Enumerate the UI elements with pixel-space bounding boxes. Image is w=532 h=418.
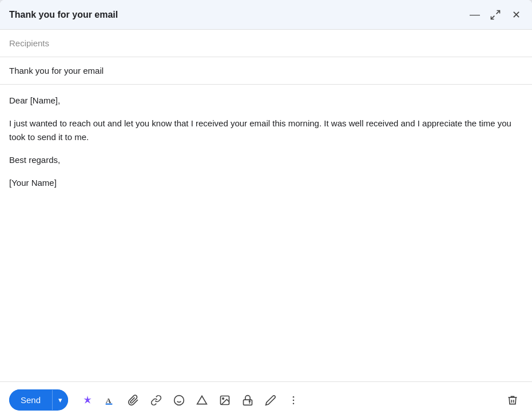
confidential-mode-button[interactable] — [237, 390, 258, 411]
send-dropdown-button[interactable]: ▾ — [52, 390, 68, 410]
ai-assist-button[interactable] — [77, 390, 98, 411]
send-button-group: Send ▾ — [9, 389, 68, 411]
expand-button[interactable] — [489, 8, 502, 22]
svg-point-5 — [174, 395, 184, 405]
svg-line-0 — [497, 10, 500, 14]
send-dropdown-arrow-icon: ▾ — [58, 396, 62, 404]
svg-point-14 — [293, 399, 295, 401]
compose-window: Thank you for your email — ✕ Recipients — [0, 0, 532, 418]
send-button[interactable]: Send — [9, 389, 52, 411]
minimize-button[interactable]: — — [468, 8, 482, 22]
svg-point-2 — [86, 399, 88, 401]
greeting-line: Dear [Name], — [9, 94, 523, 108]
svg-line-1 — [491, 15, 495, 19]
window-controls: — ✕ — [468, 8, 523, 22]
insert-drive-button[interactable] — [192, 390, 212, 411]
recipients-row[interactable]: Recipients — [0, 30, 532, 57]
more-options-button[interactable] — [283, 390, 304, 411]
insert-photo-button[interactable] — [215, 390, 235, 411]
body-paragraph: I just wanted to reach out and let you k… — [9, 117, 523, 144]
insert-link-button[interactable] — [146, 390, 166, 411]
text-formatting-button[interactable]: A — [100, 390, 121, 411]
insert-emoji-button[interactable] — [169, 390, 189, 411]
window-title: Thank you for your email — [9, 10, 118, 20]
email-body-content: Dear [Name], I just wanted to reach out … — [9, 94, 523, 190]
recipients-placeholder: Recipients — [9, 38, 49, 48]
discard-button[interactable] — [502, 390, 523, 411]
insert-signature-button[interactable] — [260, 390, 281, 411]
attach-file-button[interactable] — [123, 390, 144, 411]
signature-line: [Your Name] — [9, 176, 523, 190]
email-body-area[interactable]: Dear [Name], I just wanted to reach out … — [0, 85, 532, 381]
svg-rect-10 — [244, 400, 252, 405]
subject-row[interactable]: Thank you for your email — [0, 57, 532, 85]
close-button[interactable]: ✕ — [509, 8, 523, 22]
svg-point-9 — [223, 397, 224, 399]
closing-line: Best regards, — [9, 153, 523, 167]
compose-toolbar: Send ▾ A — [0, 381, 532, 418]
svg-point-15 — [293, 403, 295, 404]
title-bar: Thank you for your email — ✕ — [0, 0, 532, 30]
svg-point-13 — [293, 396, 295, 397]
svg-point-11 — [249, 400, 251, 402]
subject-field[interactable]: Thank you for your email — [9, 66, 104, 75]
